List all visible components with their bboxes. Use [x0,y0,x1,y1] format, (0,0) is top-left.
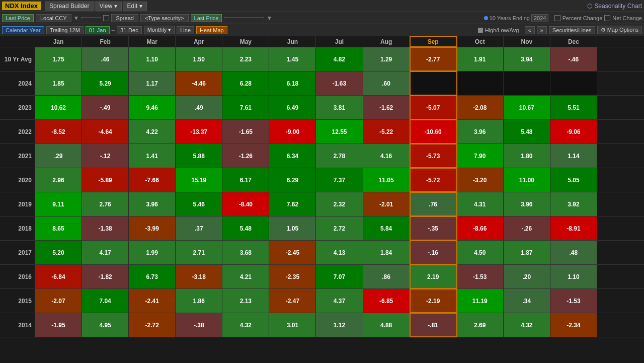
data-cell[interactable]: 1.05 [269,216,316,240]
last-price-label2[interactable]: Last Price [191,14,222,22]
data-cell[interactable]: 2.72 [316,216,363,240]
data-cell[interactable]: 1.80 [504,144,550,168]
data-cell[interactable]: -1.95 [35,313,82,337]
data-cell[interactable]: 12.55 [316,120,363,143]
data-cell[interactable]: 1.45 [269,47,316,71]
data-cell[interactable]: 1.86 [176,289,222,313]
data-cell[interactable]: 9.11 [35,192,82,216]
data-cell[interactable]: -1.63 [316,71,363,95]
data-cell[interactable]: 6.28 [222,71,269,95]
data-cell[interactable]: 4.50 [457,241,504,264]
data-cell[interactable]: -3.20 [457,168,504,192]
data-cell[interactable]: 4.22 [129,120,176,143]
spread-checkbox[interactable] [103,15,109,21]
data-cell[interactable]: 2.78 [316,144,363,168]
data-cell[interactable]: -2.19 [410,289,457,313]
data-cell[interactable]: -.81 [410,313,457,337]
data-cell[interactable]: -1.53 [550,289,597,313]
data-cell[interactable]: 4.31 [457,192,504,216]
text-input1[interactable] [81,17,101,19]
data-cell[interactable]: -5.72 [410,168,457,192]
data-cell[interactable]: 2.76 [82,192,129,216]
data-cell[interactable]: 3.92 [550,192,597,216]
edit-menu[interactable]: Edit ▾ [123,2,147,11]
data-cell[interactable] [504,71,550,95]
data-cell[interactable]: 6.18 [269,71,316,95]
data-cell[interactable]: -2.07 [35,289,82,313]
data-cell[interactable]: 1.12 [316,313,363,337]
data-cell[interactable]: .86 [363,265,410,288]
data-cell[interactable]: .76 [410,192,457,216]
data-cell[interactable]: -8.91 [550,216,597,240]
data-cell[interactable]: -2.34 [550,313,597,337]
data-cell[interactable]: 1.14 [550,144,597,168]
map-options-btn[interactable]: ⚙ Map Options [597,26,642,34]
date-start-btn[interactable]: 01-Jan [86,26,110,34]
data-cell[interactable]: 2.19 [410,265,457,288]
data-cell[interactable]: -2.72 [129,313,176,337]
data-cell[interactable]: 1.41 [129,144,176,168]
trailing-btn[interactable]: Trailing 12M [46,26,84,34]
data-cell[interactable]: -.35 [410,216,457,240]
data-cell[interactable]: -2.77 [410,47,457,71]
data-cell[interactable]: -.49 [82,96,129,119]
data-cell[interactable]: -8.66 [457,216,504,240]
data-cell[interactable]: -1.53 [457,265,504,288]
type-security-btn[interactable]: <Type security> [140,14,189,22]
data-cell[interactable]: 2.13 [222,289,269,313]
data-cell[interactable]: 2.71 [176,241,222,264]
data-cell[interactable]: -2.47 [269,289,316,313]
net-checkbox[interactable] [604,15,610,21]
data-cell[interactable]: 3.96 [504,192,550,216]
data-cell[interactable]: 5.88 [176,144,222,168]
last-price-label[interactable]: Last Price [2,14,34,22]
data-cell[interactable]: -.12 [82,144,129,168]
local-ccy-btn[interactable]: Local CCY [36,14,71,22]
percent-checkbox[interactable] [554,15,560,21]
data-cell[interactable]: .34 [504,289,550,313]
data-cell[interactable]: 5.05 [550,168,597,192]
data-cell[interactable]: -2.08 [457,96,504,119]
data-cell[interactable]: 2.96 [35,168,82,192]
data-cell[interactable]: 4.32 [222,313,269,337]
data-cell[interactable]: -8.52 [35,120,82,143]
data-cell[interactable]: -.38 [176,313,222,337]
data-cell[interactable]: 3.94 [504,47,550,71]
data-cell[interactable]: 7.61 [222,96,269,119]
data-cell[interactable]: 3.68 [222,241,269,264]
data-cell[interactable]: -6.84 [35,265,82,288]
data-cell[interactable]: 3.01 [269,313,316,337]
data-cell[interactable]: 1.87 [504,241,550,264]
data-cell[interactable]: 2.23 [222,47,269,71]
data-cell[interactable]: 9.46 [129,96,176,119]
data-cell[interactable] [457,71,504,95]
data-cell[interactable]: -.26 [504,216,550,240]
data-cell[interactable]: -.16 [410,241,457,264]
data-cell[interactable]: .20 [504,265,550,288]
data-cell[interactable]: 4.95 [82,313,129,337]
data-cell[interactable]: -5.89 [82,168,129,192]
data-cell[interactable]: 5.46 [176,192,222,216]
data-cell[interactable]: 7.37 [316,168,363,192]
data-cell[interactable]: 6.34 [269,144,316,168]
data-cell[interactable]: 6.49 [269,96,316,119]
data-cell[interactable]: .29 [35,144,82,168]
data-cell[interactable]: -.46 [550,47,597,71]
data-cell[interactable]: .37 [176,216,222,240]
data-cell[interactable]: 5.84 [363,216,410,240]
data-cell[interactable]: -13.37 [176,120,222,143]
data-cell[interactable]: 1.85 [35,71,82,95]
data-cell[interactable]: -1.65 [222,120,269,143]
monthly-btn[interactable]: Monthly ▾ [144,26,175,34]
data-cell[interactable]: 4.82 [316,47,363,71]
data-cell[interactable]: -7.66 [129,168,176,192]
data-cell[interactable]: 4.37 [316,289,363,313]
data-cell[interactable]: -2.41 [129,289,176,313]
chart-link[interactable]: ⬡ Seasonality Chart [587,3,642,10]
data-cell[interactable]: 5.48 [222,216,269,240]
line-btn[interactable]: Line [177,26,194,34]
data-cell[interactable]: 1.17 [129,71,176,95]
data-cell[interactable]: 1.99 [129,241,176,264]
data-cell[interactable]: .46 [82,47,129,71]
data-cell[interactable]: -9.06 [550,120,597,143]
